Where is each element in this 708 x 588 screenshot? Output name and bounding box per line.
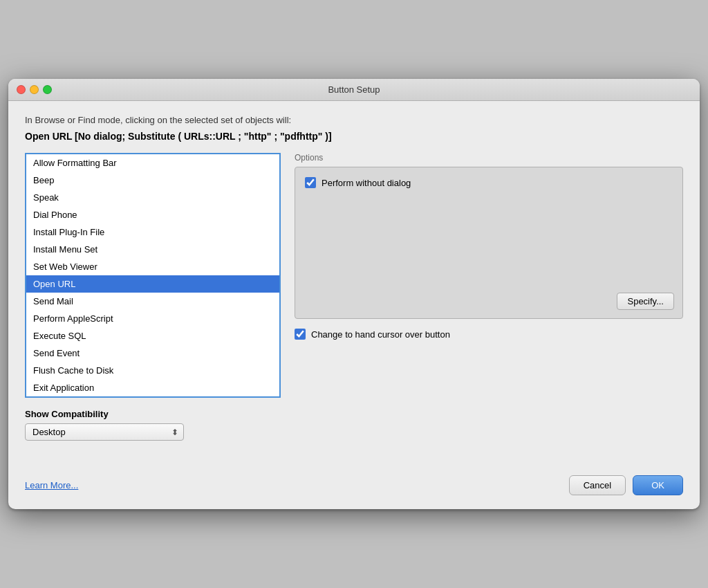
list-item[interactable]: Open URL — [26, 275, 279, 293]
options-panel: Options Perform without dialog Specify..… — [295, 153, 683, 398]
options-label: Options — [295, 153, 683, 163]
learn-more-link[interactable]: Learn More... — [25, 480, 78, 490]
specify-button-row: Specify... — [617, 293, 674, 310]
list-item[interactable]: Install Plug-In File — [26, 223, 279, 241]
list-item[interactable]: Allow Formatting Bar — [26, 154, 279, 172]
list-item[interactable]: Set Web Viewer — [26, 258, 279, 275]
list-item[interactable]: Install Menu Set — [26, 241, 279, 258]
main-area: Allow Formatting BarBeepSpeakDial PhoneI… — [25, 153, 683, 398]
close-button[interactable] — [17, 85, 26, 94]
list-item[interactable]: Send Mail — [26, 293, 279, 310]
show-compatibility-label: Show Compatibility — [25, 409, 683, 419]
list-item[interactable]: Execute SQL — [26, 327, 279, 344]
compatibility-select-wrapper: Desktop iOS All ⬍ — [25, 423, 184, 441]
hand-cursor-label: Change to hand cursor over button — [311, 329, 450, 340]
cancel-button[interactable]: Cancel — [569, 475, 626, 495]
action-summary-text: Open URL [No dialog; Substitute ( URLs::… — [25, 131, 683, 142]
footer-buttons: Cancel OK — [569, 475, 683, 495]
hand-cursor-row: Change to hand cursor over button — [295, 329, 683, 340]
show-compatibility-section: Show Compatibility Desktop iOS All ⬍ — [25, 409, 683, 441]
list-item[interactable]: Send Event — [26, 344, 279, 362]
maximize-button[interactable] — [43, 85, 52, 94]
list-item[interactable]: Speak — [26, 189, 279, 206]
ok-button[interactable]: OK — [633, 475, 683, 495]
dialog-window: Button Setup In Browse or Find mode, cli… — [8, 79, 700, 509]
list-item[interactable]: Beep — [26, 172, 279, 189]
list-item[interactable]: Flush Cache to Disk — [26, 362, 279, 379]
specify-button[interactable]: Specify... — [617, 293, 674, 310]
traffic-lights — [17, 85, 52, 94]
dialog-content: In Browse or Find mode, clicking on the … — [8, 101, 700, 468]
minimize-button[interactable] — [30, 85, 39, 94]
options-box: Perform without dialog Specify... — [295, 167, 683, 319]
hand-cursor-checkbox[interactable] — [295, 329, 306, 340]
footer: Learn More... Cancel OK — [8, 468, 700, 509]
list-item[interactable]: Dial Phone — [26, 206, 279, 223]
perform-without-dialog-label: Perform without dialog — [322, 178, 411, 188]
compatibility-select[interactable]: Desktop iOS All — [25, 423, 184, 441]
list-item[interactable]: Perform AppleScript — [26, 310, 279, 327]
window-title: Button Setup — [328, 84, 380, 95]
title-bar: Button Setup — [8, 79, 700, 101]
description-text: In Browse or Find mode, clicking on the … — [25, 115, 683, 125]
list-item[interactable]: Exit Application — [26, 379, 279, 396]
perform-without-dialog-checkbox[interactable] — [305, 177, 316, 188]
perform-without-dialog-row: Perform without dialog — [305, 177, 673, 188]
action-list[interactable]: Allow Formatting BarBeepSpeakDial PhoneI… — [25, 153, 281, 398]
